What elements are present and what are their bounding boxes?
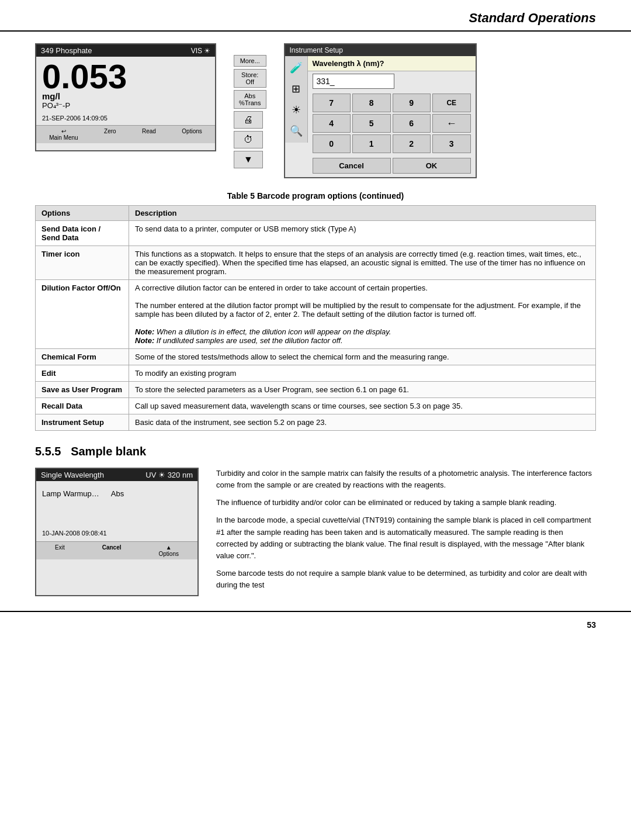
- left-device-screen: 349 Phosphate VIS ☀ 0.053 mg/l PO₄³⁻-P 2…: [35, 43, 216, 151]
- table-row: Edit To modify an existing program: [36, 365, 596, 382]
- sun-icon: ☀: [204, 47, 210, 55]
- left-screen-header: 349 Phosphate VIS ☀: [36, 44, 215, 57]
- side-buttons: More... Store:Off Abs%Trans 🖨 ⏱ ▼: [234, 55, 266, 168]
- magnify-icon: 🔍: [288, 123, 304, 139]
- right-text-block: Turbidity and color in the sample matrix…: [216, 468, 596, 597]
- bottom-screen-header: Single Wavelength UV ☀ 320 nm: [36, 469, 197, 481]
- desc-save-user: To store the selected parameters as a Us…: [129, 382, 596, 398]
- timer-icon: ⏱: [244, 134, 253, 145]
- table-caption: Table 5 Barcode program options (continu…: [35, 191, 596, 201]
- section-heading: 5.5.5 Sample blank: [35, 445, 596, 458]
- num-1-button[interactable]: 1: [352, 134, 391, 153]
- abs-trans-button[interactable]: Abs%Trans: [234, 90, 266, 109]
- num-2-button[interactable]: 2: [393, 134, 431, 153]
- page-footer: 53: [0, 611, 631, 638]
- btn-exit[interactable]: Exit: [55, 544, 65, 557]
- vis-label: VIS: [191, 47, 202, 55]
- desc-recall: Call up saved measurement data, waveleng…: [129, 398, 596, 414]
- section-title: Sample blank: [71, 445, 146, 458]
- option-timer: Timer icon: [36, 246, 129, 280]
- ok-button[interactable]: OK: [393, 158, 471, 174]
- printer-icon: 🖨: [244, 115, 253, 125]
- btn-options[interactable]: Options: [182, 128, 202, 141]
- vis-indicator: VIS ☀: [191, 47, 210, 55]
- timer-icon-button[interactable]: ⏱: [234, 131, 263, 148]
- page-header: Standard Operations: [0, 0, 631, 32]
- desc-send-data: To send data to a printer, computer or U…: [129, 221, 596, 246]
- table-row: Instrument Setup Basic data of the instr…: [36, 414, 596, 431]
- table-row: Chemical Form Some of the stored tests/m…: [36, 349, 596, 365]
- option-edit: Edit: [36, 365, 129, 382]
- num-0-button[interactable]: 0: [313, 134, 351, 153]
- numpad: 7 8 9 CE 4 5 6 ← 0 1 2 3: [308, 91, 476, 155]
- backspace-button[interactable]: ←: [432, 114, 471, 133]
- bottom-screen-bar: Exit Cancel ▲Options: [36, 541, 197, 559]
- options-table: Options Description Send Data icon /Send…: [35, 205, 596, 431]
- page-number: 53: [587, 620, 596, 630]
- num-7-button[interactable]: 7: [313, 94, 351, 112]
- unit-sub: PO₄³⁻-P: [42, 101, 70, 110]
- table-row: Dilution Factor Off/On A corrective dilu…: [36, 280, 596, 349]
- main-content: 349 Phosphate VIS ☀ 0.053 mg/l PO₄³⁻-P 2…: [0, 43, 631, 597]
- cancel-button[interactable]: Cancel: [313, 158, 391, 174]
- btn-read[interactable]: Read: [142, 128, 156, 141]
- desc-dilution: A corrective dilution factor can be ente…: [129, 280, 596, 349]
- sun2-icon: ☀: [288, 102, 304, 118]
- desc-chemical-form: Some of the stored tests/methods allow t…: [129, 349, 596, 365]
- section-number: 5.5.5: [35, 445, 61, 458]
- header-title: Standard Operations: [469, 11, 596, 26]
- num-8-button[interactable]: 8: [352, 94, 391, 112]
- num-6-button[interactable]: 6: [393, 114, 431, 133]
- dialog-header: Instrument Setup: [285, 44, 476, 56]
- btn-main-menu[interactable]: ↩ Main Menu: [49, 128, 78, 141]
- table-row: Save as User Program To store the select…: [36, 382, 596, 398]
- dialog-actions: Cancel OK: [308, 155, 476, 177]
- bottom-uv-label: UV ☀ 320 nm: [145, 471, 193, 479]
- option-dilution: Dilution Factor Off/On: [36, 280, 129, 349]
- sun3-icon: ☀: [158, 471, 165, 479]
- table-row: Send Data icon /Send Data To send data t…: [36, 221, 596, 246]
- col-description-header: Description: [129, 206, 596, 221]
- desc-edit: To modify an existing program: [129, 365, 596, 382]
- option-instrument-setup: Instrument Setup: [36, 414, 129, 431]
- text-paragraph-2: The influence of turbidity and/or color …: [216, 497, 596, 509]
- num-9-button[interactable]: 9: [393, 94, 431, 112]
- num-3-button[interactable]: 3: [432, 134, 471, 153]
- arrow-down-button[interactable]: ▼: [234, 151, 263, 168]
- abs-label: Abs: [111, 489, 124, 498]
- print-icon-button[interactable]: 🖨: [234, 111, 263, 129]
- instrument-dialog: Instrument Setup 🧪 ⊞ ☀ 🔍 Wavelength λ (n…: [284, 43, 477, 178]
- dialog-header-title: Instrument Setup: [290, 46, 343, 54]
- grid-icon: ⊞: [288, 81, 304, 97]
- text-paragraph-1: Turbidity and color in the sample matrix…: [216, 468, 596, 491]
- table-row: Timer icon This functions as a stopwatch…: [36, 246, 596, 280]
- screenshots-row: 349 Phosphate VIS ☀ 0.053 mg/l PO₄³⁻-P 2…: [35, 43, 596, 178]
- bottom-area: Single Wavelength UV ☀ 320 nm Lamp Warmu…: [35, 468, 596, 597]
- bottom-device-screen: Single Wavelength UV ☀ 320 nm Lamp Warmu…: [35, 468, 199, 596]
- option-send-data: Send Data icon /Send Data: [36, 221, 129, 246]
- arrow-down-icon: ▼: [244, 154, 253, 165]
- bottom-screen-body: Lamp Warmup… Abs 10-JAN-2008 09:08:41: [36, 481, 197, 541]
- text-paragraph-4: Some barcode tests do not require a samp…: [216, 568, 596, 591]
- lamp-label: Lamp Warmup…: [42, 489, 99, 498]
- dialog-question: Wavelength λ (nm)?: [308, 56, 476, 71]
- store-button[interactable]: Store:Off: [234, 69, 266, 88]
- unit-main: mg/l: [42, 91, 60, 101]
- left-screen-title: 349 Phosphate: [41, 46, 92, 55]
- more-button[interactable]: More...: [234, 55, 266, 67]
- option-save-user: Save as User Program: [36, 382, 129, 398]
- desc-timer: This functions as a stopwatch. It helps …: [129, 246, 596, 280]
- btn-options-b[interactable]: ▲Options: [159, 544, 179, 557]
- option-recall: Recall Data: [36, 398, 129, 414]
- col-options-header: Options: [36, 206, 129, 221]
- reading-value: 0.053: [36, 57, 215, 94]
- wavelength-input[interactable]: [313, 74, 394, 89]
- num-4-button[interactable]: 4: [313, 114, 351, 133]
- btn-cancel[interactable]: Cancel: [102, 544, 122, 557]
- desc-instrument-setup: Basic data of the instrument, see sectio…: [129, 414, 596, 431]
- lamp-warmup-row: Lamp Warmup… Abs: [42, 489, 192, 498]
- num-5-button[interactable]: 5: [352, 114, 391, 133]
- ce-button[interactable]: CE: [432, 94, 471, 112]
- left-screen-bottom-bar: ↩ Main Menu Zero Read Options: [36, 125, 215, 143]
- btn-zero[interactable]: Zero: [104, 128, 116, 141]
